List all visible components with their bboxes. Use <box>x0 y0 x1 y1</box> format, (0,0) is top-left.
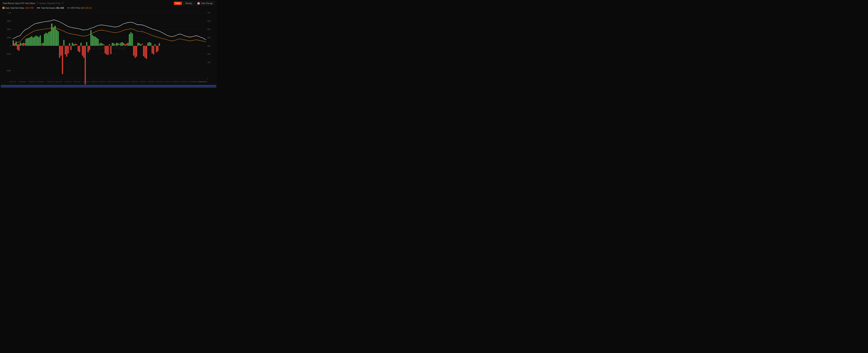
svg-text:10B: 10B <box>207 62 210 63</box>
svg-rect-40 <box>35 36 37 46</box>
inflow-value: -$43.97M <box>25 7 34 9</box>
svg-rect-33 <box>25 39 27 46</box>
title-area: Total Bitcoin Spot ETF Net Inflow ⓘ East… <box>2 2 64 5</box>
svg-rect-90 <box>107 46 108 55</box>
assets-value: $51.96B <box>56 7 64 9</box>
svg-rect-70 <box>79 46 80 52</box>
svg-text:40B: 40B <box>207 37 210 39</box>
svg-rect-93 <box>112 43 113 46</box>
svg-rect-62 <box>67 46 69 53</box>
timezone-info-icon[interactable]: ⓘ <box>62 2 64 5</box>
svg-rect-102 <box>125 44 126 46</box>
svg-text:2024/05/31: 2024/05/31 <box>131 81 138 83</box>
svg-text:600M: 600M <box>7 28 11 30</box>
legend-assets: Total Net Assets $51.96B <box>37 7 64 9</box>
svg-rect-24 <box>12 40 14 46</box>
svg-rect-36 <box>30 37 31 46</box>
svg-text:2024/03/21: 2024/03/21 <box>73 81 81 83</box>
svg-rect-92 <box>110 46 112 54</box>
svg-rect-121 <box>152 46 153 53</box>
svg-rect-118 <box>147 43 149 46</box>
svg-rect-43 <box>40 35 41 46</box>
svg-text:-300M: -300M <box>6 53 11 55</box>
svg-rect-42 <box>38 37 39 46</box>
svg-rect-60 <box>65 46 66 55</box>
svg-rect-76 <box>88 46 89 52</box>
svg-rect-54 <box>56 30 57 46</box>
svg-text:2024/04/22: 2024/04/22 <box>99 81 106 83</box>
svg-rect-99 <box>120 43 121 46</box>
svg-rect-91 <box>109 44 110 45</box>
svg-rect-86 <box>102 44 103 45</box>
svg-rect-87 <box>103 44 104 45</box>
svg-rect-66 <box>73 44 74 46</box>
svg-rect-114 <box>142 44 143 45</box>
date-range-label: Date Range <box>201 2 213 4</box>
svg-rect-67 <box>75 44 76 45</box>
svg-text:0: 0 <box>207 78 208 80</box>
svg-rect-85 <box>100 43 101 46</box>
svg-rect-103 <box>126 44 127 45</box>
svg-rect-35 <box>28 38 30 46</box>
date-range-button[interactable]: 📅 Date Range <box>195 1 215 5</box>
legend-row: Daily Total Net Inflow -$43.97M Total Ne… <box>0 6 217 10</box>
svg-text:2024/05/10: 2024/05/10 <box>115 81 122 83</box>
svg-rect-83 <box>97 39 99 46</box>
btc-icon <box>67 8 70 8</box>
assets-icon <box>37 8 40 8</box>
svg-text:2024/03/12: 2024/03/12 <box>64 81 71 83</box>
btc-value: $57,620.10 <box>82 7 92 9</box>
svg-rect-101 <box>123 43 124 45</box>
svg-text:2024/03/01: 2024/03/01 <box>55 81 62 83</box>
svg-rect-65 <box>72 43 73 46</box>
svg-rect-100 <box>122 42 123 46</box>
svg-rect-51 <box>51 24 53 46</box>
svg-rect-61 <box>66 46 67 57</box>
svg-rect-98 <box>119 44 120 45</box>
svg-rect-119 <box>149 42 150 46</box>
svg-rect-89 <box>106 46 107 55</box>
svg-rect-44 <box>41 44 42 45</box>
svg-rect-56 <box>59 46 60 58</box>
svg-rect-123 <box>154 44 156 46</box>
svg-rect-78 <box>90 30 92 46</box>
svg-rect-72 <box>82 46 83 56</box>
svg-text:70B: 70B <box>207 12 210 14</box>
svg-rect-84 <box>99 44 100 45</box>
svg-rect-31 <box>23 43 24 46</box>
chart-scrollbar[interactable] <box>1 85 216 88</box>
svg-rect-107 <box>132 33 133 46</box>
svg-rect-115 <box>143 46 144 56</box>
header-row: Total Bitcoin Spot ETF Net Inflow ⓘ East… <box>0 0 217 6</box>
svg-rect-59 <box>63 40 64 46</box>
svg-rect-38 <box>33 38 34 46</box>
svg-rect-53 <box>54 26 56 46</box>
svg-rect-79 <box>92 35 93 46</box>
inflow-icon <box>2 7 4 9</box>
svg-rect-124 <box>156 46 157 52</box>
svg-rect-117 <box>146 46 147 59</box>
svg-rect-46 <box>44 34 45 46</box>
svg-rect-81 <box>95 37 96 46</box>
inflow-label: Daily Total Net Inflow <box>5 7 24 9</box>
svg-text:2024/07/02: 2024/07/02 <box>155 81 162 83</box>
weekly-button[interactable]: Weekly <box>183 1 194 5</box>
svg-rect-97 <box>117 43 119 45</box>
svg-rect-27 <box>17 44 18 50</box>
chart-area: ⬡ SoSoValue sosovalue.com 1.2B 900M 600M… <box>1 10 216 84</box>
svg-rect-52 <box>53 28 54 46</box>
daily-button[interactable]: Daily <box>174 2 182 5</box>
svg-text:20B: 20B <box>207 53 210 55</box>
svg-text:2024/01/10: 2024/01/10 <box>9 81 16 83</box>
svg-rect-75 <box>86 42 87 46</box>
title-info-icon[interactable]: ⓘ <box>36 2 38 5</box>
svg-rect-106 <box>130 32 131 46</box>
svg-rect-63 <box>69 43 70 46</box>
svg-rect-69 <box>78 46 79 51</box>
svg-rect-74 <box>85 46 86 84</box>
svg-rect-82 <box>96 38 97 46</box>
svg-text:1.2B: 1.2B <box>8 12 11 14</box>
svg-rect-32 <box>24 43 25 45</box>
svg-text:2024/01/22: 2024/01/22 <box>19 81 26 83</box>
svg-rect-30 <box>21 44 22 45</box>
